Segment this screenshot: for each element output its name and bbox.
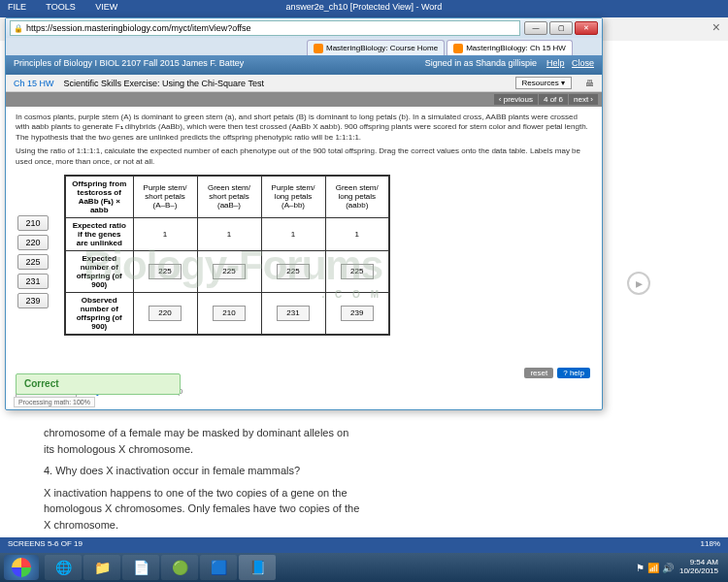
value-chip[interactable]: 231 [17,274,49,289]
item-counter: 4 of 6 [539,94,568,105]
prev-item-button[interactable]: ‹ previous [494,94,538,105]
ie-window: 🔒 https://session.masteringbiology.com/m… [5,17,603,410]
next-page-arrow[interactable]: ▸ [627,272,650,295]
value-chip[interactable]: 239 [17,293,49,308]
problem-question-text: Using the ratio of 1:1:1:1, calculate th… [16,146,592,167]
drop-target[interactable]: 225 [261,250,325,292]
taskbar-app-icon[interactable]: 📄 [122,555,159,580]
taskbar-ie-icon[interactable]: 🌐 [45,555,82,580]
drop-target[interactable]: 231 [261,292,325,335]
col-header: Green stem/ long petals (aabb) [325,176,389,218]
phenotype-data-table: Offspring from testcross of AaBb (F₁) × … [64,175,390,336]
tab-label: MasteringBiology: Course Home [326,44,438,52]
feedback-correct: Correct [16,373,181,395]
resources-dropdown[interactable]: Resources ▾ [515,77,572,89]
tray-flag-icon[interactable]: ⚑ [636,563,645,573]
tab-label: MasteringBiology: Ch 15 HW [466,44,566,52]
table-cell: 1 [197,217,261,250]
tray-network-icon[interactable]: 📶 [647,563,659,573]
favicon-icon [314,44,323,53]
ie-url-text: https://session.masteringbiology.com/myc… [26,23,251,33]
help-link[interactable]: Help [546,58,565,68]
word-zoom[interactable]: 118% [701,539,720,551]
col-header: Purple stem/ short petals (A–B–) [133,176,197,218]
table-cell: 1 [325,217,389,250]
col-header: Purple stem/ long petals (A–bb) [261,176,325,218]
taskbar-app-icon[interactable]: 🟦 [200,555,237,580]
word-tools-tab[interactable]: TOOLS [46,2,75,12]
help-button[interactable]: ? help [557,368,590,378]
mb-subheader: Ch 15 HW Scientific Skills Exercise: Usi… [6,75,602,92]
row-header-expected-number: Expected number of offspring (of 900) [65,250,133,292]
start-button[interactable] [4,555,39,580]
doc-left-p2: X inactivation happens to one of the two… [44,485,360,534]
row-header-observed: Observed number of offspring (of 900) [65,292,133,335]
ie-address-bar[interactable]: 🔒 https://session.masteringbiology.com/m… [10,20,520,36]
favicon-icon [453,44,463,53]
drop-target[interactable]: 225 [325,250,389,292]
value-chip[interactable]: 210 [17,215,49,231]
drop-target[interactable]: 239 [325,292,389,335]
windows-orb-icon [12,558,31,577]
browser-tab-course-home[interactable]: MasteringBiology: Course Home [307,40,445,55]
drop-target[interactable]: 225 [197,250,261,292]
draggable-value-bank: 210 220 225 231 239 [17,215,49,308]
table-cell: 1 [261,217,325,250]
mathjax-status: Processing math: 100% [14,397,95,407]
breadcrumb-link[interactable]: Ch 15 HW [14,79,54,88]
word-screen-counter: SCREENS 5-6 OF 19 [8,539,83,551]
minimize-button[interactable]: — [524,21,547,35]
lock-icon: 🔒 [14,24,23,33]
row-header-expected-ratio: Expected ratio if the genes are unlinked [65,217,133,250]
word-status-bar: SCREENS 5-6 OF 19 118% [0,537,728,553]
page-title: Scientific Skills Exercise: Using the Ch… [64,79,264,88]
drop-target[interactable]: 220 [133,292,197,335]
table-cell: 1 [133,217,197,250]
drop-target[interactable]: 225 [133,250,197,292]
word-protected-close[interactable]: × [712,19,720,35]
taskbar-chrome-icon[interactable]: 🟢 [161,555,198,580]
tray-volume-icon[interactable]: 🔊 [662,563,674,573]
windows-taskbar[interactable]: 🌐 📁 📄 🟢 🟦 📘 ⚑ 📶 🔊 9:54 AM 10/26/2015 [0,553,728,582]
drop-target[interactable]: 210 [197,292,261,335]
doc-left-p1: chromosome of a female may be masked by … [44,425,360,457]
value-chip[interactable]: 220 [17,235,49,250]
mb-content-area: In cosmos plants, purple stem (A) is dom… [6,107,602,407]
mb-item-nav: ‹ previous 4 of 6 next › [6,92,602,107]
next-item-button[interactable]: next › [569,94,598,105]
problem-intro-text: In cosmos plants, purple stem (A) is dom… [16,113,592,143]
browser-tab-ch15hw[interactable]: MasteringBiology: Ch 15 HW [447,40,573,55]
col-header: Green stem/ short petals (aaB–) [197,176,261,218]
tray-clock[interactable]: 9:54 AM 10/26/2015 [679,559,718,576]
mb-course-header: Principles of Biology I BIOL 2107 Fall 2… [6,55,602,75]
close-button[interactable]: ✕ [575,21,598,35]
print-icon[interactable]: 🖶 [585,79,594,88]
system-tray[interactable]: ⚑ 📶 🔊 9:54 AM 10/26/2015 [636,559,724,576]
signed-in-text: Signed in as Shanda gillispie [425,58,537,68]
taskbar-explorer-icon[interactable]: 📁 [83,555,120,580]
ie-titlebar[interactable]: 🔒 https://session.masteringbiology.com/m… [6,18,602,38]
close-link[interactable]: Close [572,58,594,68]
word-window-title: answer2e_ch10 [Protected View] - Word [284,0,445,14]
table-corner-head: Offspring from testcross of AaBb (F₁) × … [65,176,133,218]
value-chip[interactable]: 225 [17,254,49,270]
ie-tab-strip: MasteringBiology: Course Home MasteringB… [6,38,602,55]
maximize-button[interactable]: ▢ [549,21,573,35]
word-file-tab[interactable]: FILE [8,2,26,12]
word-view-tab[interactable]: VIEW [95,2,117,12]
doc-left-question: 4. Why does X inactivation occur in fema… [44,463,360,479]
taskbar-word-icon[interactable]: 📘 [239,555,276,580]
course-title: Principles of Biology I BIOL 2107 Fall 2… [14,58,244,72]
reset-button[interactable]: reset [524,368,553,378]
